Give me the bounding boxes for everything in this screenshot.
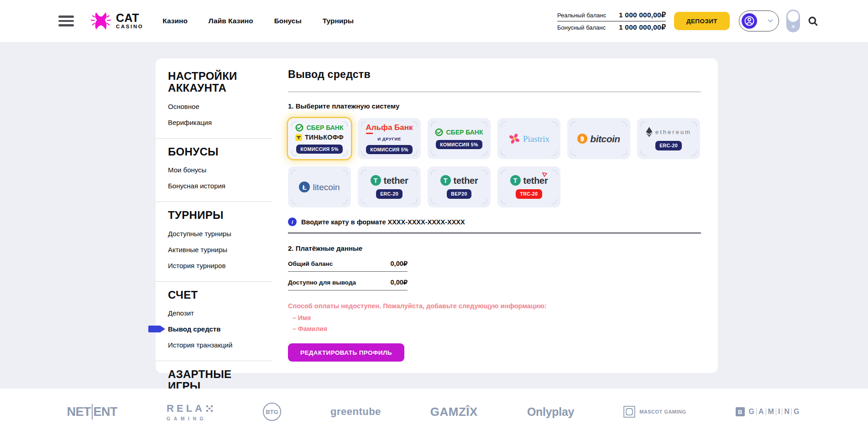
balances-block: Общий баланс0,00₽Доступно для вывода0,00… [288,253,408,290]
theme-toggle[interactable]: ☀ [786,10,800,32]
sidebar-item[interactable]: История турниров [168,262,272,269]
tile-corner-mark [622,150,627,156]
tether-logo-text: tether [454,176,478,185]
payment-method-tether-bep20[interactable]: TtetherBEP20 [428,166,491,207]
tile-corner-mark [342,199,348,204]
provider-logo-bgaming: BGAMING [736,407,801,416]
sidebar-item[interactable]: Мои бонусы [168,166,272,174]
tile-corner-mark [342,170,348,175]
sidebar-item[interactable]: Бонусная история [168,182,272,190]
nav-item-Казино[interactable]: Казино [162,17,188,25]
tether-logo-text: tether [523,176,548,185]
payment-method-ethereum-erc20[interactable]: ethereumERC-20 [637,118,700,159]
tile-corner-mark [552,170,557,175]
tile-corner-mark [361,199,366,204]
payment-method-tether_tron-trc20[interactable]: TtetherTRC-20 [497,166,560,207]
sidebar-divider [156,138,272,139]
tile-corner-mark [501,150,506,156]
hamburger-menu-icon[interactable] [58,16,74,26]
commission-badge: BEP20 [447,189,471,198]
tinkoff-emblem-icon [295,134,302,141]
bonus-balance-label: Бонусный баланс [557,24,606,31]
provider-logo-mascot: MASCOT GAMING [623,406,686,418]
sidebar-divider [156,361,272,361]
title-divider [288,92,701,92]
bitcoin-icon: ฿ [577,134,587,144]
tether-logo-text: tether [384,176,408,185]
sidebar-section-title: БОНУСЫ [168,146,265,158]
tile-corner-mark [552,121,557,127]
deposit-button[interactable]: ДЕПОЗИТ [674,12,730,30]
tile-corner-mark [291,170,297,175]
alfa-others-label: И ДРУГИЕ [377,136,401,141]
tile-corner-mark [431,170,436,175]
withdrawal-panel: Вывод средств 1. Выберите платежную сист… [288,58,701,362]
commission-badge: ERC-20 [655,141,682,150]
payment-method-sber-5[interactable]: СБЕР БАНККОМИССИЯ 5% [428,118,491,159]
nav-item-Турниры[interactable]: Турниры [323,17,354,25]
tether-icon: T [371,175,381,186]
payment-method-piastrix[interactable]: Piastrix [497,118,560,159]
active-item-arrow-icon [148,326,165,332]
sun-icon: ☀ [786,23,800,30]
top-header: CAT CASINO КазиноЛайв КазиноБонусыТурнир… [0,0,868,42]
tron-icon [542,172,547,177]
real-balance-label: Реальный баланс [557,12,606,19]
balance-panel: Реальный баланс 1 000 000,00₽ Бонусный б… [557,9,666,33]
tile-corner-mark [570,150,576,156]
tile-corner-mark [570,121,576,127]
account-card: НАСТРОЙКИ АККАУНТАОсновноеВерификацияБОН… [156,58,718,373]
sidebar-item[interactable]: История транзакций [168,341,272,349]
tile-corner-mark [482,121,487,127]
sidebar-divider [156,202,272,202]
tile-corner-mark [412,199,418,204]
tile-corner-mark [412,150,418,156]
sidebar-section-title: СЧЕТ [168,289,265,301]
sidebar-item[interactable]: Доступные турниры [168,230,272,238]
tile-corner-mark [691,121,697,127]
tile-corner-mark [291,150,297,156]
payment-method-sber_tinkoff-5[interactable]: СБЕР БАНКТИНЬКОФФКОМИССИЯ 5% [288,118,351,159]
edit-profile-button[interactable]: РЕДАКТИРОВАТЬ ПРОФИЛЬ [288,343,404,362]
balance-line: Общий баланс0,00₽ [288,253,408,272]
tile-corner-mark [342,150,348,156]
payment-method-bitcoin[interactable]: ฿bitcoin [567,118,630,159]
payment-method-alfa-5[interactable]: Альфа БанкИ ДРУГИЕКОМИССИЯ 5% [358,118,421,159]
tile-corner-mark [482,199,487,204]
ethereum-icon [646,127,653,137]
tile-corner-mark [482,150,487,156]
main-nav: КазиноЛайв КазиноБонусыТурниры [162,17,354,25]
providers-footer: NETENTRELAGAMINGBTGgreentubeGAMZÎXOnlypl… [0,388,868,435]
sber-check-icon [295,124,303,132]
sidebar-item[interactable]: Верификация [168,119,272,126]
bgaming-b-icon: B [736,407,745,416]
tile-corner-mark [291,121,297,127]
page-title: Вывод средств [288,68,701,81]
piastrix-flower-icon [508,133,520,145]
real-balance-value: 1 000 000,00₽ [619,11,666,19]
mascot-ornament-icon [623,406,635,418]
litecoin-icon: Ł [299,181,310,192]
sidebar-item[interactable]: Основное [168,103,272,110]
commission-badge: ERC-20 [376,189,403,198]
sidebar-item[interactable]: Активные турниры [168,246,272,254]
cat-casino-logo[interactable]: CAT CASINO [89,11,143,31]
nav-item-Лайв Казино[interactable]: Лайв Казино [209,17,253,25]
tile-corner-mark [640,150,646,156]
real-balance-row: Реальный баланс 1 000 000,00₽ [557,9,666,21]
account-menu[interactable] [739,10,779,31]
payment-method-litecoin[interactable]: Łlitecoin [288,166,351,207]
sber-logo-text: СБЕР БАНК [446,129,483,135]
balance-line-value: 0,00₽ [391,260,408,267]
sidebar-item-active[interactable]: Вывод средств [168,325,272,333]
sidebar-item[interactable]: Депозит [168,309,272,317]
alfabank-underline [366,133,373,134]
nav-item-Бонусы[interactable]: Бонусы [274,17,302,25]
bonus-balance-value: 1 000 000,00₽ [619,23,666,31]
payment-method-tether-erc20[interactable]: TtetherERC-20 [358,166,421,207]
section-divider [288,233,701,233]
card-format-text: Вводите карту в формате XXXX-XXXX-XXXX-X… [301,218,465,226]
tile-corner-mark [622,121,627,127]
provider-logo-btg: BTG [263,403,281,421]
search-button[interactable] [807,16,819,27]
